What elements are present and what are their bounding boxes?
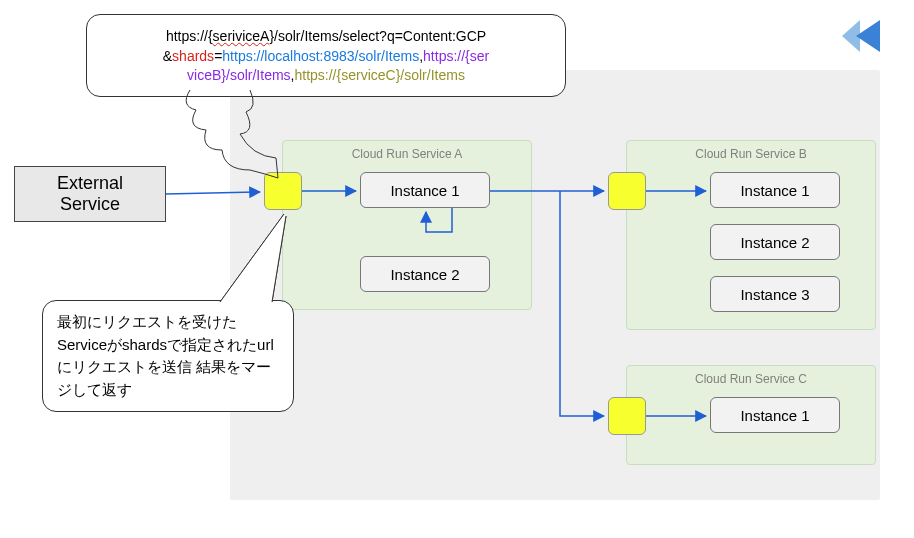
service-a-instance-2: Instance 2 [360,256,490,292]
loadbalancer-c [608,397,646,435]
external-service-box: External Service [14,166,166,222]
url-shard1: https://localhost:8983/solr/Items [222,48,419,64]
service-b-instance-1: Instance 1 [710,172,840,208]
url-typo: seriviceA [213,28,270,44]
service-c-instance-1: Instance 1 [710,397,840,433]
service-a-instance-1: Instance 1 [360,172,490,208]
loadbalancer-b [608,172,646,210]
url-shard3: https://{serviceC}/solr/Items [294,67,464,83]
loadbalancer-a [264,172,302,210]
service-b-instance-2: Instance 2 [710,224,840,260]
url-amp: & [163,48,172,64]
service-a-title: Cloud Run Service A [283,147,531,161]
service-b-instance-3: Instance 3 [710,276,840,312]
url-speech-bubble: https://{seriviceA}/solr/Items/select?q=… [86,14,566,97]
external-service-label: External Service [57,173,123,215]
url-part: }/solr/Items/select?q=Content:GCP [269,28,486,44]
note-speech-bubble: 最初にリクエストを受けたServiceがshardsで指定されたurlにリクエス… [42,300,294,412]
service-c-title: Cloud Run Service C [627,372,875,386]
url-shard2a: https://{ser [423,48,489,64]
service-b-title: Cloud Run Service B [627,147,875,161]
url-part: https://{ [166,28,213,44]
cloud-run-logo-icon [838,16,894,56]
url-shards-key: shards [172,48,214,64]
url-shard2b: viceB}/solr/Items [187,67,290,83]
note-text: 最初にリクエストを受けたServiceがshardsで指定されたurlにリクエス… [57,313,274,398]
